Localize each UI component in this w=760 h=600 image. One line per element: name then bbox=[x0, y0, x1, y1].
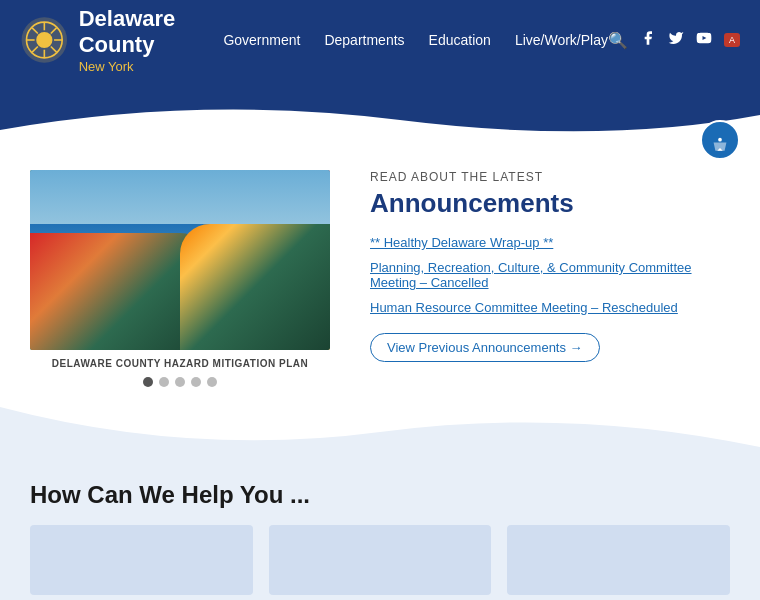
facebook-icon[interactable] bbox=[640, 30, 656, 50]
announcements-title: Announcements bbox=[370, 188, 730, 219]
search-icon[interactable]: 🔍 bbox=[608, 31, 628, 50]
translate-badge[interactable]: A bbox=[724, 33, 740, 47]
help-section: How Can We Help You ... bbox=[0, 457, 760, 600]
announcements-eyebrow: READ ABOUT THE LATEST bbox=[370, 170, 730, 184]
accessibility-button[interactable] bbox=[700, 120, 740, 160]
announcement-link-2[interactable]: Planning, Recreation, Culture, & Communi… bbox=[370, 260, 730, 290]
slide-dots bbox=[30, 377, 330, 387]
twitter-icon[interactable] bbox=[668, 30, 684, 50]
nav-education[interactable]: Education bbox=[429, 32, 491, 48]
svg-point-12 bbox=[718, 138, 722, 142]
slide-dot-4[interactable] bbox=[191, 377, 201, 387]
logo-text: Delaware County New York bbox=[79, 6, 224, 74]
nav-government[interactable]: Government bbox=[223, 32, 300, 48]
slide-image bbox=[30, 170, 330, 350]
site-header: Delaware County New York Government Depa… bbox=[0, 0, 760, 80]
logo[interactable]: Delaware County New York bbox=[20, 6, 223, 74]
county-name: Delaware County bbox=[79, 6, 224, 59]
bottom-wave bbox=[0, 407, 760, 457]
accessibility-icon bbox=[709, 136, 731, 158]
svg-point-2 bbox=[36, 32, 52, 48]
slide-caption: DELAWARE COUNTY HAZARD MITIGATION PLAN bbox=[30, 358, 330, 369]
state-name: New York bbox=[79, 59, 224, 75]
nav-departments[interactable]: Departments bbox=[324, 32, 404, 48]
header-icons: 🔍 A bbox=[608, 30, 740, 50]
help-card-2[interactable] bbox=[269, 525, 492, 595]
help-card-3[interactable] bbox=[507, 525, 730, 595]
announcement-link-1[interactable]: ** Healthy Delaware Wrap-up ** bbox=[370, 235, 730, 250]
slide-dot-2[interactable] bbox=[159, 377, 169, 387]
announcements-section: READ ABOUT THE LATEST Announcements ** H… bbox=[370, 170, 730, 362]
slide-dot-3[interactable] bbox=[175, 377, 185, 387]
help-card-1[interactable] bbox=[30, 525, 253, 595]
main-content: DELAWARE COUNTY HAZARD MITIGATION PLAN R… bbox=[0, 140, 760, 407]
wave-separator bbox=[0, 80, 760, 140]
slide-dot-1[interactable] bbox=[143, 377, 153, 387]
youtube-icon[interactable] bbox=[696, 30, 712, 50]
main-nav: Government Departments Education Live/Wo… bbox=[223, 32, 608, 48]
help-cards bbox=[30, 525, 730, 595]
view-previous-button[interactable]: View Previous Announcements → bbox=[370, 333, 600, 362]
announcement-link-3[interactable]: Human Resource Committee Meeting – Resch… bbox=[370, 300, 730, 315]
slide-dot-5[interactable] bbox=[207, 377, 217, 387]
slideshow: DELAWARE COUNTY HAZARD MITIGATION PLAN bbox=[30, 170, 330, 387]
nav-liveworkplay[interactable]: Live/Work/Play bbox=[515, 32, 608, 48]
logo-icon bbox=[20, 10, 69, 70]
help-title: How Can We Help You ... bbox=[30, 481, 730, 509]
